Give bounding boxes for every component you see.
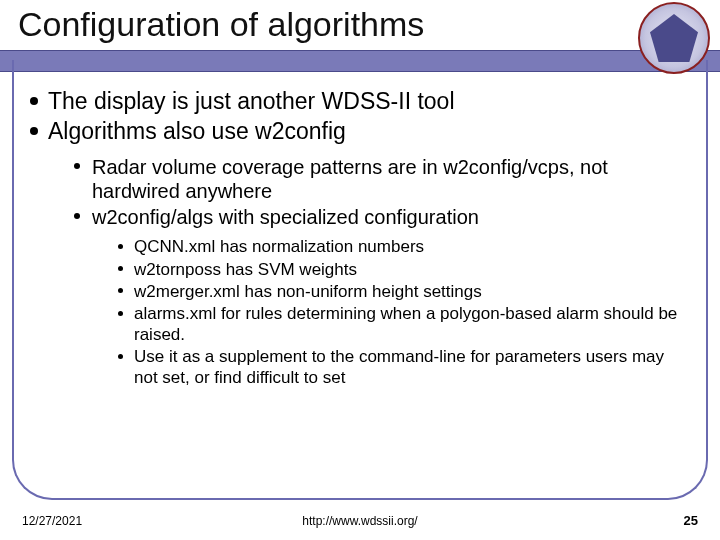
bullet-text: w2tornposs has SVM weights (134, 260, 357, 279)
footer-page: 25 (684, 513, 698, 528)
bullet-text: alarms.xml for rules determining when a … (134, 304, 677, 343)
bullet-text: Use it as a supplement to the command-li… (134, 347, 664, 386)
nssl-logo (638, 2, 710, 74)
bullet-text: w2config/algs with specialized configura… (92, 206, 479, 228)
bullet-level2: Radar volume coverage patterns are in w2… (74, 155, 690, 203)
bullet-text: Algorithms also use w2config (48, 118, 346, 144)
logo-icon (650, 14, 698, 62)
bullet-level1: Algorithms also use w2config (30, 118, 690, 146)
bullet-text: The display is just another WDSS-II tool (48, 88, 455, 114)
footer-url: http://www.wdssii.org/ (0, 514, 720, 528)
bullet-level3: Use it as a supplement to the command-li… (118, 347, 690, 388)
bullet-level3: w2tornposs has SVM weights (118, 260, 690, 280)
bullet-level2: w2config/algs with specialized configura… (74, 205, 690, 229)
bullet-text: Radar volume coverage patterns are in w2… (92, 156, 608, 202)
sublist: Radar volume coverage patterns are in w2… (30, 155, 690, 229)
bullet-level3: w2merger.xml has non-uniform height sett… (118, 282, 690, 302)
bullet-level1: The display is just another WDSS-II tool (30, 88, 690, 116)
bullet-text: w2merger.xml has non-uniform height sett… (134, 282, 482, 301)
subsublist: QCNN.xml has normalization numbers w2tor… (30, 237, 690, 388)
bullet-level3: QCNN.xml has normalization numbers (118, 237, 690, 257)
slide-title: Configuration of algorithms (18, 5, 424, 44)
title-bar (0, 50, 720, 72)
content-body: The display is just another WDSS-II tool… (30, 88, 690, 390)
bullet-level3: alarms.xml for rules determining when a … (118, 304, 690, 345)
slide: Configuration of algorithms The display … (0, 0, 720, 540)
bullet-text: QCNN.xml has normalization numbers (134, 237, 424, 256)
